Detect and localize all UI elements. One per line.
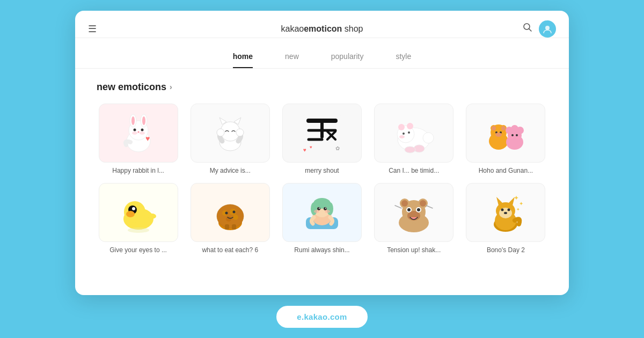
svg-point-10 xyxy=(141,129,143,131)
sticker-label-7: what to eat each? 6 xyxy=(202,246,258,254)
sticker-card-6[interactable]: Give your eyes to ... xyxy=(97,183,180,254)
svg-point-88 xyxy=(401,200,408,207)
main-content: new emoticons › xyxy=(75,69,569,275)
svg-rect-70 xyxy=(225,224,229,230)
sticker-card-8[interactable]: Rumi always shin... xyxy=(280,183,363,254)
svg-point-49 xyxy=(508,129,515,136)
svg-point-12 xyxy=(140,131,145,135)
svg-point-34 xyxy=(405,146,415,153)
svg-point-2 xyxy=(545,26,550,30)
svg-point-66 xyxy=(226,216,231,222)
svg-rect-71 xyxy=(232,224,236,230)
svg-point-60 xyxy=(148,214,156,219)
user-avatar[interactable] xyxy=(539,20,556,38)
svg-point-43 xyxy=(495,133,502,137)
svg-point-89 xyxy=(420,200,426,207)
svg-point-69 xyxy=(232,211,235,214)
sticker-grid-row2: Give your eyes to ... xyxy=(97,183,547,254)
svg-point-94 xyxy=(417,208,420,211)
svg-point-63 xyxy=(217,204,244,228)
svg-point-11 xyxy=(132,131,137,135)
sticker-label-2: My advice is... xyxy=(210,167,251,174)
sticker-card-1[interactable]: ♥ Happy rabbit in l... xyxy=(97,104,180,174)
svg-point-61 xyxy=(128,227,149,233)
nav-tabs-wrapper: home new popularity style xyxy=(75,38,569,69)
svg-point-26 xyxy=(423,133,434,143)
header-actions xyxy=(523,20,556,38)
svg-point-77 xyxy=(327,202,333,215)
svg-point-31 xyxy=(408,131,410,134)
sticker-card-3[interactable]: ♥ ♥ ✿ merry shout xyxy=(280,104,363,174)
svg-point-76 xyxy=(311,202,317,215)
svg-point-8 xyxy=(142,116,145,125)
svg-point-105 xyxy=(504,212,507,214)
svg-point-51 xyxy=(511,134,514,136)
svg-point-67 xyxy=(233,215,238,220)
svg-point-30 xyxy=(402,133,405,135)
svg-point-81 xyxy=(325,208,326,209)
svg-point-80 xyxy=(319,208,320,209)
svg-point-59 xyxy=(126,211,135,217)
svg-point-7 xyxy=(131,116,135,125)
svg-point-93 xyxy=(407,208,411,211)
browser-window: ☰ kakaoemoticon shop home new xyxy=(75,11,569,295)
sticker-label-3: merry shout xyxy=(305,167,339,174)
app-title: kakaoemoticon shop xyxy=(281,24,363,34)
svg-point-104 xyxy=(508,209,510,211)
svg-point-20 xyxy=(236,129,244,136)
nav-tabs: home new popularity style xyxy=(75,46,569,68)
svg-text:✦: ✦ xyxy=(519,201,523,207)
sticker-label-5: Hoho and Gunan... xyxy=(479,167,533,174)
svg-point-9 xyxy=(133,129,136,131)
svg-point-32 xyxy=(399,135,405,138)
top-bar: ☰ kakaoemoticon shop xyxy=(75,11,569,38)
sticker-card-9[interactable]: Tension up! shak... xyxy=(372,183,456,254)
svg-point-29 xyxy=(407,123,413,129)
sticker-card-7[interactable]: what to eat each? 6 xyxy=(188,183,272,254)
svg-text:♥: ♥ xyxy=(145,134,150,143)
tab-popularity[interactable]: popularity xyxy=(331,52,364,68)
svg-point-13 xyxy=(137,131,139,133)
svg-text:♥: ♥ xyxy=(303,147,306,153)
search-icon[interactable] xyxy=(523,23,532,35)
svg-point-40 xyxy=(501,126,506,130)
section-title: new emoticons › xyxy=(97,82,547,93)
svg-text:✦: ✦ xyxy=(516,207,520,212)
tab-home[interactable]: home xyxy=(233,52,253,68)
sticker-label-9: Tension up! shak... xyxy=(387,246,441,254)
sticker-card-2[interactable]: My advice is... xyxy=(188,104,272,174)
sticker-grid-row1: ♥ Happy rabbit in l... xyxy=(97,104,547,174)
svg-point-52 xyxy=(516,134,518,136)
svg-point-19 xyxy=(217,129,224,136)
svg-point-82 xyxy=(314,210,319,213)
svg-point-50 xyxy=(515,129,521,136)
sticker-label-4: Can I... be timid... xyxy=(389,167,439,174)
svg-point-54 xyxy=(516,136,521,139)
sticker-card-5[interactable]: Hoho and Gunan... xyxy=(464,104,547,174)
svg-point-53 xyxy=(508,136,514,139)
svg-point-68 xyxy=(225,212,228,215)
svg-point-83 xyxy=(325,210,330,213)
sticker-label-8: Rumi always shin... xyxy=(294,246,349,254)
menu-icon[interactable]: ☰ xyxy=(88,23,97,35)
sticker-label-10: Bono's Day 2 xyxy=(487,246,525,254)
section-arrow[interactable]: › xyxy=(170,83,172,91)
tab-new[interactable]: new xyxy=(285,52,299,68)
sticker-label-6: Give your eyes to ... xyxy=(109,246,167,254)
sticker-card-4[interactable]: Can I... be timid... xyxy=(372,104,456,174)
svg-point-58 xyxy=(132,207,135,210)
svg-point-28 xyxy=(398,124,405,130)
svg-point-78 xyxy=(317,207,320,210)
svg-text:♥: ♥ xyxy=(310,145,312,150)
svg-point-79 xyxy=(324,207,327,210)
svg-line-95 xyxy=(395,205,401,208)
bottom-url: e.kakao.com xyxy=(276,306,367,328)
tab-style[interactable]: style xyxy=(396,52,411,68)
svg-line-96 xyxy=(426,205,433,208)
svg-text:✦: ✦ xyxy=(514,194,519,202)
sticker-label-1: Happy rabbit in l... xyxy=(112,167,164,174)
svg-point-39 xyxy=(492,126,496,130)
svg-text:✿: ✿ xyxy=(335,145,340,151)
svg-point-103 xyxy=(501,209,504,211)
sticker-card-10[interactable]: ✦ ✦ ✦ Bono's Day 2 xyxy=(464,183,547,254)
